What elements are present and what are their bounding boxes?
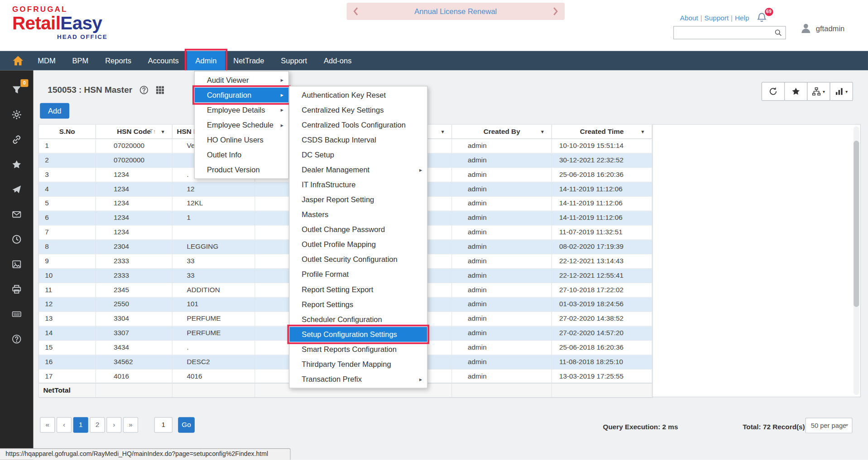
column-header-hsn-code[interactable]: HSN CodeT↑▼ [96, 125, 173, 139]
menu-item-product-version[interactable]: Product Version [195, 162, 288, 177]
nav-item-mdm[interactable]: MDM [29, 51, 64, 71]
page-1-button[interactable]: 1 [73, 417, 88, 432]
table-cell: 14-11-2019 11:12:06 [552, 182, 652, 197]
search-icon[interactable] [774, 29, 782, 37]
submenu-item-smart-reports-configuration[interactable]: Smart Reports Configuration [289, 342, 427, 357]
menu-item-employee-details[interactable]: Employee Details▸ [195, 103, 288, 118]
nav-item-bpm[interactable]: BPM [64, 51, 97, 71]
filter-caret-icon[interactable]: ▼ [540, 129, 545, 134]
mail-icon [12, 209, 22, 219]
column-label: Created Time [580, 128, 624, 135]
column-header-created-time[interactable]: Created Time▼ [552, 125, 652, 139]
total-records: Total: 72 Record(s) [743, 423, 805, 431]
sidebar-star-icon[interactable] [0, 152, 33, 177]
goto-page-input[interactable] [154, 417, 173, 432]
submenu-item-transaction-prefix[interactable]: Transaction Prefix▸ [289, 372, 427, 387]
add-button[interactable]: Add [40, 103, 69, 119]
sidebar-link-icon[interactable] [0, 127, 33, 152]
nav-item-accounts[interactable]: Accounts [139, 51, 187, 71]
submenu-item-centralized-key-settings[interactable]: Centralized Key Settings [289, 103, 427, 118]
submenu-item-authentication-key-reset[interactable]: Authentication Key Reset [289, 88, 427, 103]
banner-prev-icon[interactable] [353, 7, 358, 15]
nav-item-add-ons[interactable]: Add-ons [316, 51, 360, 71]
table-cell: 27-02-2020 14:57:20 [552, 326, 652, 341]
chart-icon [835, 87, 844, 96]
per-page-select[interactable]: 50 per page▾ [806, 418, 853, 433]
submenu-item-outlet-change-password[interactable]: Outlet Change Password [289, 222, 427, 237]
nav-item-admin[interactable]: Admin [187, 51, 225, 71]
submenu-item-scheduler-configuration[interactable]: Scheduler Configuration [289, 312, 427, 327]
table-cell: DESC2 [173, 355, 255, 370]
submenu-item-outlet-profile-mapping[interactable]: Outlet Profile Mapping [289, 237, 427, 252]
sidebar-clock-icon[interactable] [0, 227, 33, 251]
star-button[interactable] [784, 82, 807, 101]
grid-icon[interactable] [155, 85, 164, 95]
submenu-item-profile-format[interactable]: Profile Format [289, 267, 427, 282]
banner-next-icon[interactable] [553, 7, 558, 15]
menu-item-configuration[interactable]: Configuration▸ [195, 88, 288, 103]
sidebar-filter-icon[interactable]: 0 [0, 77, 33, 102]
scrollbar-thumb[interactable] [854, 141, 859, 307]
sidebar-mail-icon[interactable] [0, 202, 33, 227]
user-menu[interactable]: gftadmin [800, 22, 844, 34]
first-page-button[interactable]: « [40, 417, 55, 432]
filter-caret-icon[interactable]: ▼ [160, 129, 165, 134]
table-cell: 4 [39, 182, 96, 197]
sidebar-help-icon[interactable] [0, 326, 33, 351]
submenu-item-dealer-management[interactable]: Dealer Management▸ [289, 162, 427, 177]
support-link[interactable]: Support [705, 14, 729, 22]
banner-text[interactable]: Annual License Renewal [414, 7, 497, 15]
help-link[interactable]: Help [735, 14, 749, 22]
refresh-button[interactable] [762, 82, 785, 101]
page-2-button[interactable]: 2 [90, 417, 105, 432]
table-cell: admin [452, 312, 552, 327]
table-cell: 14-11-2019 11:12:06 [552, 197, 652, 211]
submenu-item-thirdparty-tender-mapping[interactable]: Thirdparty Tender Mapping [289, 357, 427, 372]
last-page-button[interactable]: » [123, 417, 138, 432]
nav-item-nettrade[interactable]: NetTrade [225, 51, 273, 71]
nav-item-support[interactable]: Support [273, 51, 316, 71]
next-page-button[interactable]: › [106, 417, 121, 432]
column-header-created-by[interactable]: Created By▼ [452, 125, 552, 139]
column-header-s-no[interactable]: S.No [39, 125, 96, 139]
submenu-item-masters[interactable]: Masters [289, 207, 427, 222]
search-input[interactable] [674, 27, 774, 39]
sidebar-image-icon[interactable] [0, 251, 33, 276]
filter-caret-icon[interactable]: ▼ [640, 129, 645, 134]
filter-caret-icon[interactable]: ▼ [440, 129, 445, 134]
sidebar-keyboard-icon[interactable] [0, 301, 33, 326]
vertical-scrollbar[interactable] [854, 126, 859, 395]
menu-item-label: Employee Schedule [207, 121, 273, 129]
sidebar-printer-icon[interactable] [0, 276, 33, 301]
go-button[interactable]: Go [178, 417, 195, 432]
home-icon[interactable] [11, 55, 25, 66]
submenu-item-centralized-tools-configuration[interactable]: Centralized Tools Configuration [289, 118, 427, 133]
username[interactable]: gftadmin [816, 24, 844, 32]
menu-item-label: Outlet Profile Mapping [302, 241, 376, 249]
submenu-item-report-settings[interactable]: Report Settings [289, 297, 427, 312]
chart-button[interactable]: ▾ [830, 82, 853, 101]
submenu-item-outlet-security-configuration[interactable]: Outlet Security Configuration [289, 252, 427, 267]
menu-item-label: Configuration [207, 91, 251, 99]
menu-item-outlet-info[interactable]: Outlet Info [195, 147, 288, 162]
submenu-item-dc-setup[interactable]: DC Setup [289, 147, 427, 162]
table-cell: 3 [39, 168, 96, 182]
submenu-item-csds-backup-interval[interactable]: CSDS Backup Interval [289, 133, 427, 147]
prev-page-button[interactable]: ‹ [57, 417, 72, 432]
menu-item-audit-viewer[interactable]: Audit Viewer▸ [195, 72, 288, 87]
nav-item-reports[interactable]: Reports [97, 51, 140, 71]
hierarchy-button[interactable]: ▾ [807, 82, 830, 101]
submenu-item-setup-configuration-settings[interactable]: Setup Configuration Settings [289, 327, 427, 342]
submenu-item-it-infrastructure[interactable]: IT InfraStructure [289, 177, 427, 192]
sidebar-gear-icon[interactable] [0, 102, 33, 127]
notification-bell[interactable]: 69 [756, 12, 767, 24]
total-label: Total: [743, 423, 761, 431]
submenu-item-report-setting-export[interactable]: Report Setting Export [289, 282, 427, 297]
submenu-item-jasper-report-setting[interactable]: Jasper Report Setting [289, 192, 427, 207]
menu-item-ho-online-users[interactable]: HO Online Users [195, 133, 288, 147]
printer-icon [12, 284, 22, 294]
sidebar-send-icon[interactable] [0, 177, 33, 202]
about-link[interactable]: About [680, 14, 698, 22]
help-icon[interactable] [139, 85, 149, 95]
menu-item-employee-schedule[interactable]: Employee Schedule▸ [195, 118, 288, 133]
